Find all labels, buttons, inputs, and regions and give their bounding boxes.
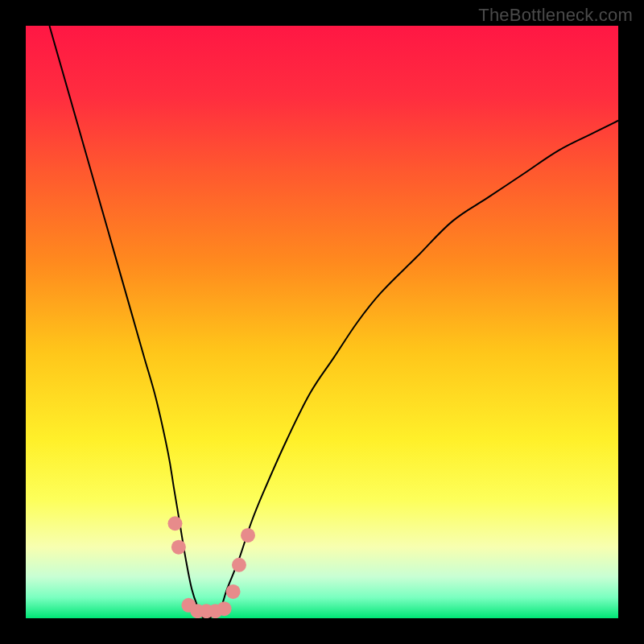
valley-marker <box>241 528 255 543</box>
valley-marker <box>167 516 182 530</box>
watermark-text: TheBottleneck.com <box>478 5 633 26</box>
valley-marker <box>217 601 232 616</box>
plot-area <box>26 26 618 618</box>
chart-frame: TheBottleneck.com <box>0 0 644 644</box>
gradient-background <box>26 26 618 618</box>
bottleneck-chart <box>26 26 618 618</box>
valley-marker <box>226 584 241 599</box>
valley-marker <box>232 558 246 572</box>
valley-marker <box>171 540 186 555</box>
